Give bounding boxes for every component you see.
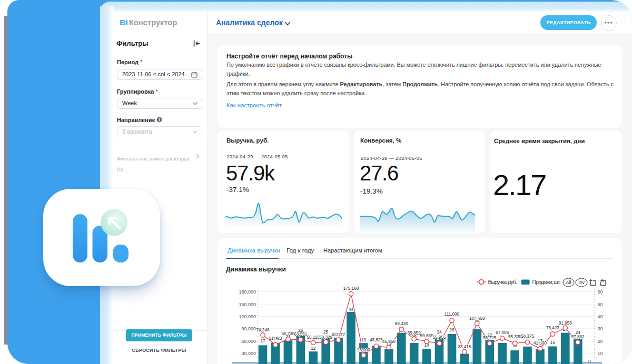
svg-text:10: 10: [598, 351, 603, 356]
svg-text:All: All: [566, 280, 571, 285]
svg-text:48,825: 48,825: [370, 338, 383, 342]
svg-text:74,248: 74,248: [256, 328, 269, 332]
svg-text:33,415: 33,415: [458, 345, 471, 349]
svg-text:20: 20: [598, 339, 603, 344]
svg-text:12: 12: [311, 346, 316, 351]
svg-text:150,000: 150,000: [239, 302, 256, 307]
svg-text:16: 16: [550, 340, 556, 345]
svg-text:60: 60: [598, 289, 603, 295]
svg-text:22: 22: [336, 332, 341, 337]
svg-text:56,115: 56,115: [307, 335, 320, 340]
svg-text:55,335: 55,335: [508, 335, 521, 339]
svg-text:55,955: 55,955: [432, 335, 446, 340]
svg-text:17: 17: [260, 339, 265, 343]
svg-text:24: 24: [437, 330, 442, 335]
svg-text:78,423: 78,423: [546, 326, 559, 330]
svg-text:24: 24: [576, 330, 581, 335]
svg-text:17: 17: [538, 339, 543, 343]
svg-text:59,865: 59,865: [420, 333, 433, 338]
svg-text:Inv: Inv: [578, 280, 585, 285]
svg-text:40: 40: [598, 314, 603, 319]
svg-text:18: 18: [273, 337, 278, 341]
svg-text:90,000: 90,000: [241, 326, 256, 331]
svg-text:25: 25: [323, 330, 329, 335]
svg-text:19: 19: [361, 338, 367, 342]
svg-text:91,958: 91,958: [559, 321, 572, 326]
svg-text:Продажи, шт.: Продажи, шт.: [532, 279, 560, 285]
svg-text:67,006: 67,006: [496, 330, 509, 335]
svg-text:22: 22: [487, 333, 492, 338]
svg-text:30: 30: [598, 326, 603, 331]
svg-text:26: 26: [298, 328, 303, 333]
svg-text:175,168: 175,168: [343, 286, 359, 291]
svg-text:58,329: 58,329: [319, 335, 332, 340]
svg-text:180,000: 180,000: [239, 289, 256, 295]
svg-text:57,862: 57,862: [571, 335, 585, 339]
svg-text:60,000: 60,000: [241, 339, 256, 344]
svg-text:28,000: 28,000: [357, 348, 370, 352]
svg-text:30,000: 30,000: [241, 351, 256, 356]
svg-text:Выручка, руб.: Выручка, руб.: [488, 279, 517, 285]
svg-text:44: 44: [349, 307, 354, 312]
svg-text:50: 50: [598, 302, 603, 307]
svg-text:120,000: 120,000: [239, 314, 256, 319]
svg-text:26: 26: [449, 328, 455, 332]
svg-text:89,430: 89,430: [395, 321, 408, 326]
svg-text:58,375: 58,375: [521, 334, 534, 339]
svg-text:111,000: 111,000: [445, 312, 460, 317]
